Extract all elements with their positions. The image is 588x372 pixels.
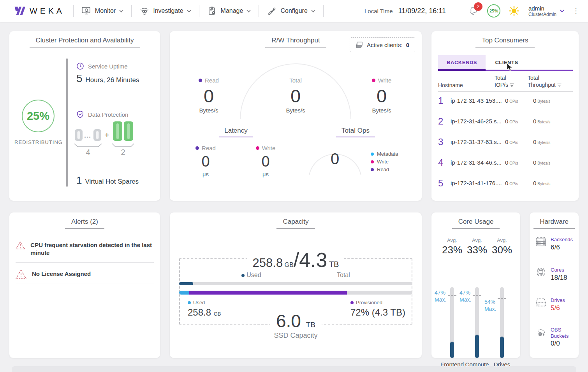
local-time-label: Local Time bbox=[364, 8, 393, 14]
obs-buckets-label: OBS Buckets bbox=[551, 327, 573, 339]
latency-title: Latency bbox=[205, 127, 267, 137]
redistribution-status: REDISTRIBUTING bbox=[9, 139, 68, 145]
avg-label: Avg. bbox=[488, 237, 516, 243]
more-options-button[interactable]: ⋮ bbox=[572, 8, 579, 14]
row-throughput: 0 bbox=[533, 97, 536, 104]
total-ops-value: 0 bbox=[315, 150, 354, 167]
avg-label: Avg. bbox=[438, 237, 466, 243]
panel-title: Alerts (2) bbox=[9, 218, 160, 229]
row-throughput-unit: Bytes/s bbox=[537, 120, 550, 124]
row-hostname: ip-172-31-34-46.s... bbox=[451, 159, 505, 166]
table-row[interactable]: 2 ip-172-31-46-25.s... 0OP/s 0Bytes/s bbox=[438, 111, 573, 132]
capacity-total-value: /4.3 bbox=[294, 249, 327, 271]
weka-logo-icon bbox=[14, 6, 26, 16]
top-navigation-bar: WEKA Monitor Investigate Manage bbox=[0, 0, 588, 22]
tab-backends[interactable]: BACKENDS bbox=[438, 55, 486, 70]
user-name: admin bbox=[528, 5, 556, 12]
manage-icon bbox=[207, 6, 217, 16]
hardware-item-backends[interactable]: Backends 6/6 bbox=[535, 237, 573, 251]
max-marker bbox=[473, 295, 481, 296]
total-throughput-metric: Total 0 Bytes/s bbox=[272, 77, 319, 114]
alerts-panel: Alerts (2) CPU frequent starvation detec… bbox=[9, 212, 160, 358]
weka-logo[interactable]: WEKA bbox=[14, 6, 65, 16]
ssd-capacity-label: SSD Capacity bbox=[170, 332, 422, 340]
capacity-headline-labels: Used Total bbox=[170, 272, 422, 279]
pill-ellipsis: ... bbox=[84, 132, 91, 140]
sort-filter-icon[interactable] bbox=[510, 83, 514, 87]
hardware-item-obs[interactable]: OBS Buckets 0/0 bbox=[535, 327, 573, 347]
row-hostname: ip-172-31-41-176.... bbox=[451, 180, 505, 186]
clock-icon bbox=[76, 62, 84, 70]
obs-buckets-value: 0/0 bbox=[551, 340, 573, 347]
core-usage-panel: Core Usage Avg. 23% Frontend 47%Max. Avg… bbox=[431, 212, 520, 358]
hardware-item-drives[interactable]: Drives 5/6 bbox=[535, 297, 565, 312]
uptime-hours-number: 5 bbox=[76, 72, 83, 84]
alert-item[interactable]: No License Assigned bbox=[16, 269, 154, 279]
configure-icon bbox=[267, 6, 277, 16]
protection-stripes-count: 2 bbox=[111, 148, 135, 157]
total-ops-title: Total Ops bbox=[324, 127, 387, 137]
max-usage-label: 47%Max. bbox=[435, 290, 449, 303]
warning-triangle-icon bbox=[16, 240, 25, 250]
hot-spares-label: Virtual Hot Spares bbox=[85, 178, 139, 185]
write-dot bbox=[372, 79, 375, 82]
row-throughput: 0 bbox=[533, 159, 536, 166]
backends-label: Backends bbox=[551, 237, 573, 243]
nav-investigate[interactable]: Investigate bbox=[137, 6, 193, 16]
redistribution-percent: 25% bbox=[27, 110, 49, 123]
core-bar-fill bbox=[450, 342, 454, 358]
row-iops: 0 bbox=[505, 180, 508, 186]
read-latency-metric: Read 0 µs bbox=[186, 145, 225, 177]
user-role: ClusterAdmin bbox=[528, 12, 556, 17]
cluster-progress-value: 25% bbox=[489, 9, 498, 13]
ssd-capacity-unit: TB bbox=[306, 321, 315, 329]
sort-filter-icon[interactable] bbox=[557, 83, 562, 87]
read-dot bbox=[195, 146, 199, 150]
tab-clients[interactable]: CLIENTS bbox=[486, 55, 528, 70]
cluster-protection-panel: Cluster Protection and Availability 25% … bbox=[9, 31, 160, 201]
warning-triangle-icon bbox=[16, 269, 26, 279]
table-row[interactable]: 3 ip-172-31-37-63.s... 0OP/s 0Bytes/s bbox=[438, 132, 573, 152]
row-throughput: 0 bbox=[533, 180, 536, 186]
notifications-button[interactable]: 2 bbox=[468, 5, 479, 16]
nav-configure[interactable]: Configure bbox=[264, 6, 317, 16]
latency-write-unit: µs bbox=[246, 171, 285, 177]
obs-bucket-icon bbox=[535, 327, 547, 338]
nav-monitor[interactable]: Monitor bbox=[79, 6, 126, 16]
write-latency-metric: Write 0 µs bbox=[246, 145, 285, 177]
provisioned-capacity-bar bbox=[179, 291, 412, 295]
divider bbox=[199, 5, 199, 17]
user-menu-chevron-icon[interactable] bbox=[560, 9, 565, 13]
investigate-icon bbox=[139, 6, 150, 16]
metadata-dot bbox=[371, 153, 374, 156]
hardware-item-cores[interactable]: Cores 18/18 bbox=[535, 267, 567, 282]
max-marker bbox=[498, 298, 506, 299]
next-row-peek bbox=[12, 366, 576, 372]
core-bar-track bbox=[475, 287, 479, 358]
read-value: 0 bbox=[185, 86, 232, 106]
nav-configure-label: Configure bbox=[280, 7, 307, 14]
row-rank: 3 bbox=[438, 137, 451, 147]
user-menu[interactable]: admin ClusterAdmin bbox=[528, 5, 556, 17]
active-clients-value: 0 bbox=[406, 42, 409, 48]
table-row[interactable]: 5 ip-172-31-41-176.... 0OP/s 0Bytes/s bbox=[438, 173, 573, 193]
rw-throughput-panel: R/W Throughput Active clients: 0 Read 0 … bbox=[170, 31, 422, 201]
data-pill bbox=[93, 129, 101, 141]
col-iops[interactable]: Total IOP/s bbox=[495, 75, 528, 88]
total-ops-legend: Metadata Write Read bbox=[371, 151, 398, 174]
table-row[interactable]: 4 ip-172-31-34-46.s... 0OP/s 0Bytes/s bbox=[438, 152, 573, 173]
nav-manage[interactable]: Manage bbox=[205, 6, 254, 16]
cluster-progress-badge[interactable]: 25% bbox=[487, 4, 500, 18]
used-segment bbox=[179, 291, 189, 295]
alert-text: No License Assigned bbox=[32, 269, 91, 278]
row-rank: 2 bbox=[438, 116, 451, 127]
divider bbox=[16, 284, 154, 284]
panel-title: Top Consumers bbox=[431, 37, 579, 47]
latency-write-label: Write bbox=[262, 145, 276, 151]
core-column-drives: Avg. 30% Drives bbox=[488, 237, 516, 350]
alert-item[interactable]: CPU frequent starvation detected in the … bbox=[16, 240, 154, 257]
col-throughput[interactable]: Total Throughput bbox=[528, 75, 573, 88]
capacity-used-unit: GB bbox=[285, 261, 294, 268]
table-row[interactable]: 1 ip-172-31-43-153.... 0OP/s 0Bytes/s bbox=[438, 90, 573, 111]
drives-value: 5/6 bbox=[551, 304, 565, 312]
